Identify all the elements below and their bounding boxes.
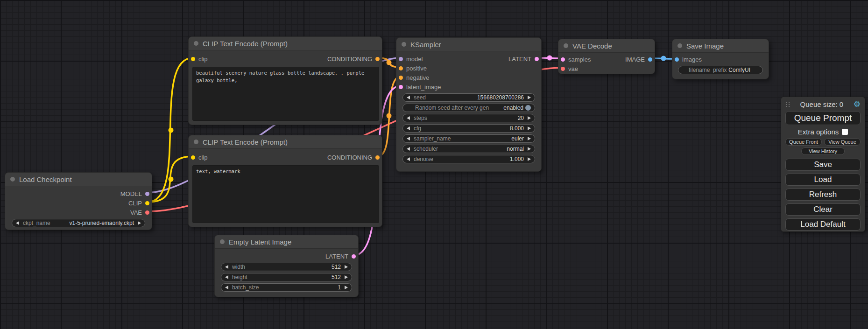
model-output-dot[interactable] bbox=[145, 192, 149, 196]
height-widget[interactable]: height 512 bbox=[221, 273, 352, 281]
random-seed-toggle-widget[interactable]: Random seed after every gen enabled bbox=[402, 104, 535, 112]
increment-arrow-icon[interactable] bbox=[528, 116, 531, 120]
node-title: Save Image bbox=[686, 42, 724, 50]
gear-icon[interactable]: ⚙ bbox=[854, 100, 861, 108]
decrement-arrow-icon[interactable] bbox=[407, 126, 410, 130]
image-output-dot[interactable] bbox=[648, 57, 652, 62]
decrement-arrow-icon[interactable] bbox=[407, 137, 410, 140]
sampler-name-widget[interactable]: sampler_name euler bbox=[402, 134, 535, 143]
latent-output-dot[interactable] bbox=[535, 57, 539, 61]
increment-arrow-icon[interactable] bbox=[345, 275, 348, 279]
scheduler-widget[interactable]: scheduler normal bbox=[402, 145, 535, 153]
increment-arrow-icon[interactable] bbox=[528, 147, 531, 151]
clip-input-dot[interactable] bbox=[191, 155, 195, 160]
decrement-arrow-icon[interactable] bbox=[407, 147, 410, 151]
node-title-bar[interactable]: Save Image bbox=[672, 39, 769, 53]
link-dot bbox=[169, 128, 174, 133]
cfg-widget[interactable]: cfg 8.000 bbox=[402, 124, 535, 133]
collapse-dot-icon[interactable] bbox=[194, 140, 198, 144]
increment-arrow-icon[interactable] bbox=[345, 265, 348, 269]
increment-arrow-icon[interactable] bbox=[528, 126, 531, 130]
queue-size-label: Queue size: 0 bbox=[790, 100, 854, 108]
increment-arrow-icon[interactable] bbox=[138, 221, 141, 225]
node-title-bar[interactable]: Load Checkpoint bbox=[5, 173, 152, 186]
negative-input-dot[interactable] bbox=[399, 76, 403, 80]
decrement-arrow-icon[interactable] bbox=[16, 221, 19, 225]
conditioning-output-dot[interactable] bbox=[375, 57, 380, 61]
refresh-button[interactable]: Refresh bbox=[785, 189, 861, 201]
input-label: vae bbox=[568, 65, 578, 72]
conditioning-output-dot[interactable] bbox=[375, 155, 380, 160]
decrement-arrow-icon[interactable] bbox=[407, 157, 410, 161]
decrement-arrow-icon[interactable] bbox=[407, 116, 410, 120]
drag-handle-icon[interactable] bbox=[786, 102, 790, 107]
node-title-bar[interactable]: VAE Decode bbox=[558, 39, 655, 53]
node-title-bar[interactable]: CLIP Text Encode (Prompt) bbox=[189, 135, 382, 149]
model-input-dot[interactable] bbox=[399, 57, 403, 61]
increment-arrow-icon[interactable] bbox=[528, 137, 531, 140]
clip-output-dot[interactable] bbox=[145, 201, 149, 205]
denoise-widget[interactable]: denoise 1.000 bbox=[402, 155, 535, 163]
queue-front-button[interactable]: Queue Front bbox=[785, 138, 822, 146]
latent-image-input-dot[interactable] bbox=[399, 85, 403, 89]
positive-prompt-textarea[interactable]: beautiful scenery nature glass bottle la… bbox=[192, 67, 379, 121]
collapse-dot-icon[interactable] bbox=[677, 43, 682, 48]
link-dot bbox=[169, 177, 174, 182]
increment-arrow-icon[interactable] bbox=[528, 157, 531, 161]
input-label: images bbox=[682, 56, 702, 63]
save-button[interactable]: Save bbox=[785, 159, 861, 171]
decrement-arrow-icon[interactable] bbox=[225, 265, 228, 269]
node-clip-text-encode-positive[interactable]: CLIP Text Encode (Prompt) clip CONDITION… bbox=[188, 36, 382, 125]
output-label: CONDITIONING bbox=[327, 154, 372, 161]
vae-input-dot[interactable] bbox=[561, 67, 565, 71]
view-history-button[interactable]: View History bbox=[801, 147, 845, 155]
images-input-dot[interactable] bbox=[675, 57, 679, 62]
node-empty-latent-image[interactable]: Empty Latent Image LATENT width 512 heig… bbox=[214, 235, 359, 297]
decrement-arrow-icon[interactable] bbox=[407, 96, 410, 99]
node-ksampler[interactable]: KSampler model LATENT positive negative … bbox=[396, 37, 542, 172]
batch-size-widget[interactable]: batch_size 1 bbox=[221, 283, 352, 292]
latent-output-dot[interactable] bbox=[352, 254, 356, 259]
decrement-arrow-icon[interactable] bbox=[225, 275, 228, 279]
load-button[interactable]: Load bbox=[785, 174, 861, 186]
steps-widget[interactable]: steps 20 bbox=[402, 114, 535, 122]
collapse-dot-icon[interactable] bbox=[564, 43, 568, 48]
toggle-circle-icon[interactable] bbox=[525, 105, 531, 111]
node-title-bar[interactable]: CLIP Text Encode (Prompt) bbox=[189, 37, 382, 50]
extra-options-checkbox[interactable] bbox=[842, 129, 848, 135]
node-title-bar[interactable]: Empty Latent Image bbox=[215, 235, 358, 249]
collapse-dot-icon[interactable] bbox=[194, 41, 198, 46]
collapse-dot-icon[interactable] bbox=[220, 239, 225, 244]
node-title-bar[interactable]: KSampler bbox=[396, 38, 541, 51]
seed-widget[interactable]: seed 156680208700286 bbox=[402, 93, 535, 102]
node-save-image[interactable]: Save Image images filename_prefix ComfyU… bbox=[672, 39, 769, 79]
widget-label: ckpt_name bbox=[23, 220, 50, 226]
positive-input-dot[interactable] bbox=[399, 66, 403, 70]
link-dot bbox=[547, 56, 552, 61]
clear-button[interactable]: Clear bbox=[785, 203, 861, 216]
clip-input-dot[interactable] bbox=[191, 57, 195, 61]
load-default-button[interactable]: Load Default bbox=[785, 218, 861, 231]
filename-prefix-widget[interactable]: filename_prefix ComfyUI bbox=[678, 66, 763, 74]
input-label: model bbox=[406, 56, 423, 63]
view-queue-button[interactable]: View Queue bbox=[824, 138, 861, 146]
increment-arrow-icon[interactable] bbox=[345, 286, 348, 289]
ckpt-name-widget[interactable]: ckpt_name v1-5-pruned-emaonly.ckpt bbox=[12, 219, 145, 227]
node-graph-canvas[interactable]: Load Checkpoint MODEL CLIP VAE ckpt_name… bbox=[0, 0, 868, 329]
node-clip-text-encode-negative[interactable]: CLIP Text Encode (Prompt) clip CONDITION… bbox=[188, 135, 382, 227]
vae-output-dot[interactable] bbox=[145, 210, 149, 215]
widget-label: scheduler bbox=[414, 146, 438, 152]
increment-arrow-icon[interactable] bbox=[528, 96, 531, 99]
link-dot bbox=[387, 60, 392, 65]
output-label: VAE bbox=[130, 209, 142, 216]
decrement-arrow-icon[interactable] bbox=[225, 286, 228, 289]
collapse-dot-icon[interactable] bbox=[10, 177, 15, 182]
queue-prompt-button[interactable]: Queue Prompt bbox=[785, 111, 861, 125]
node-load-checkpoint[interactable]: Load Checkpoint MODEL CLIP VAE ckpt_name… bbox=[5, 172, 152, 230]
widget-value: ComfyUI bbox=[728, 67, 750, 73]
samples-input-dot[interactable] bbox=[561, 57, 565, 62]
collapse-dot-icon[interactable] bbox=[402, 42, 406, 47]
width-widget[interactable]: width 512 bbox=[221, 263, 352, 271]
negative-prompt-textarea[interactable]: text, watermark bbox=[192, 165, 379, 223]
node-vae-decode[interactable]: VAE Decode samples IMAGE vae bbox=[558, 39, 655, 74]
